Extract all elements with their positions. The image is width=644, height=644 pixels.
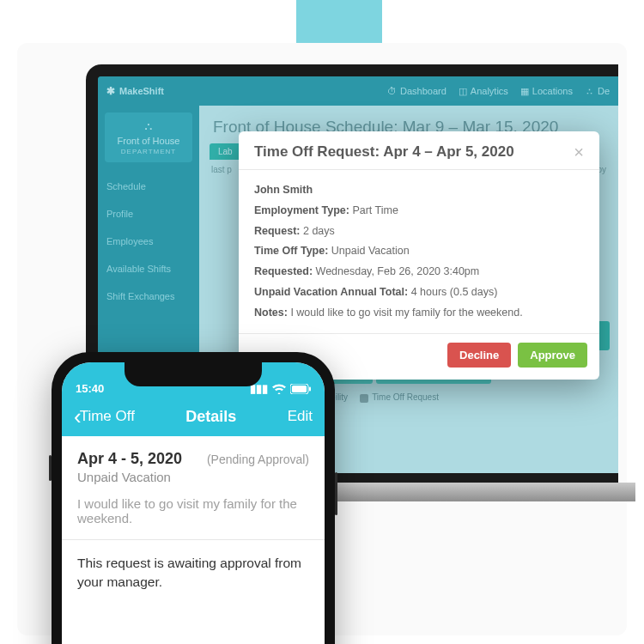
notes-value: I would like to go visit my family for t…: [290, 307, 522, 319]
mobile-header: ‹ Time Off Details Edit: [62, 397, 325, 436]
nav-departments[interactable]: ⛬De: [585, 86, 610, 97]
back-label: Time Off: [80, 408, 135, 425]
sidebar-link-profile[interactable]: Profile: [106, 200, 191, 228]
subhead-left: last p: [211, 165, 232, 174]
mobile-app: 15:40 ▮▮▮ ‹ Time Off Details Edit Apr 4 …: [62, 362, 325, 644]
approve-button[interactable]: Approve: [518, 343, 587, 368]
annual-value: 4 hours (0.5 days): [411, 286, 498, 298]
awaiting-message: This request is awaiting approval from y…: [77, 554, 309, 591]
edit-button[interactable]: Edit: [288, 408, 313, 425]
annual-label: Unpaid Vacation Annual Total:: [254, 286, 408, 298]
dashboard-icon: ⏱: [387, 86, 397, 96]
nav-analytics[interactable]: ◫Analytics: [459, 86, 508, 97]
sidebar-link-schedule[interactable]: Schedule: [106, 173, 191, 200]
department-name: Front of House: [108, 136, 189, 146]
requested-label: Requested:: [254, 265, 313, 277]
department-label: DEPARTMENT: [108, 148, 189, 155]
tab-lab[interactable]: Lab: [210, 143, 241, 160]
employee-name: John Smith: [254, 184, 313, 196]
modal-title: Time Off Request: Apr 4 – Apr 5, 2020: [254, 143, 514, 161]
decline-button[interactable]: Decline: [447, 343, 511, 368]
request-type: Unpaid Vacation: [77, 470, 309, 484]
nav-locations[interactable]: ▦Locations: [520, 86, 573, 97]
time-off-modal: Time Off Request: Apr 4 – Apr 5, 2020 × …: [239, 131, 599, 380]
brand-icon: ✱: [106, 85, 115, 97]
phone-mockup: 15:40 ▮▮▮ ‹ Time Off Details Edit Apr 4 …: [52, 352, 335, 635]
divider: [62, 539, 325, 540]
emp-type-label: Employment Type:: [254, 204, 349, 216]
locations-icon: ▦: [520, 86, 529, 97]
departments-icon: ⛬: [585, 86, 594, 96]
topnav: ⏱Dashboard ◫Analytics ▦Locations ⛬De: [387, 86, 610, 97]
notes-label: Notes:: [254, 307, 288, 319]
phone-notch: [125, 362, 262, 386]
requested-value: Wednesday, Feb 26, 2020 3:40pm: [316, 265, 480, 277]
legend-swatch-icon: [360, 394, 368, 403]
sidebar-link-employees[interactable]: Employees: [106, 228, 191, 255]
wifi-icon: [272, 384, 286, 394]
close-icon[interactable]: ×: [574, 143, 584, 161]
request-label: Request:: [254, 225, 300, 237]
brand-label: MakeShift: [119, 86, 164, 96]
nav-dashboard[interactable]: ⏱Dashboard: [387, 86, 447, 97]
tot-value: Unpaid Vacation: [331, 245, 410, 257]
emp-type-value: Part Time: [352, 204, 398, 216]
request-value: 2 days: [303, 225, 335, 237]
status-time: 15:40: [76, 382, 104, 395]
svg-rect-1: [292, 386, 307, 392]
date-range: Apr 4 - 5, 2020: [77, 450, 182, 468]
department-icon: ⛬: [108, 119, 189, 133]
brand[interactable]: ✱ MakeShift: [106, 85, 164, 97]
mobile-title: Details: [185, 408, 236, 426]
analytics-icon: ◫: [459, 86, 467, 97]
battery-icon: [290, 384, 311, 394]
topbar: ✱ MakeShift ⏱Dashboard ◫Analytics ▦Locat…: [98, 76, 618, 106]
tot-label: Time Off Type:: [254, 245, 328, 257]
request-note: I would like to go visit my family for t…: [77, 496, 309, 526]
sidebar-link-available-shifts[interactable]: Available Shifts: [106, 255, 191, 283]
svg-rect-2: [309, 386, 311, 391]
back-button[interactable]: ‹ Time Off: [74, 405, 135, 428]
department-card[interactable]: ⛬ Front of House DEPARTMENT: [105, 112, 192, 162]
sidebar-link-shift-exchanges[interactable]: Shift Exchanges: [106, 283, 191, 310]
pending-status: (Pending Approval): [207, 453, 309, 466]
